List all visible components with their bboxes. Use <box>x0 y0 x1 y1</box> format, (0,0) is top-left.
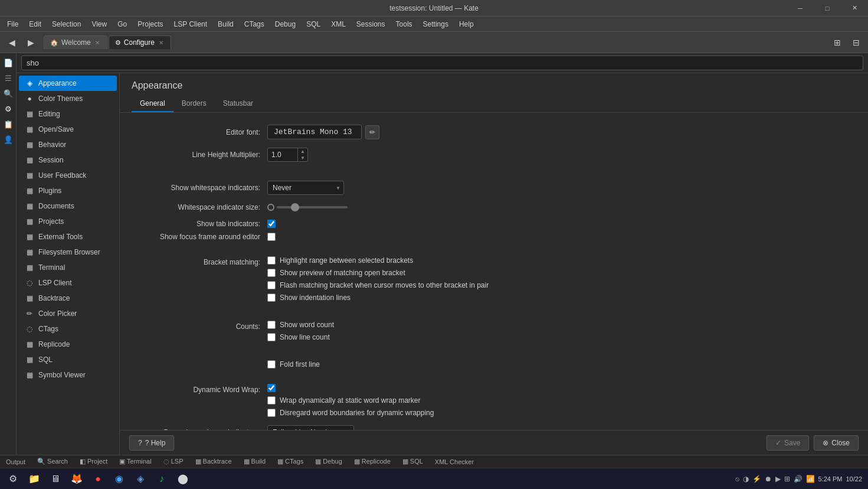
menu-view[interactable]: View <box>87 19 112 30</box>
disregard-word-checkbox[interactable] <box>267 409 276 417</box>
sidebar-item-ctags[interactable]: ◌ CTags <box>19 321 117 337</box>
show-preview-checkbox[interactable] <box>267 269 276 277</box>
bottom-tab-lsp[interactable]: ◌ LSP <box>161 457 186 467</box>
menu-help[interactable]: Help <box>454 19 479 30</box>
rail-list-icon[interactable]: ☰ <box>1 71 15 85</box>
flash-bracket-checkbox[interactable] <box>267 281 276 289</box>
taskbar-app-settings[interactable]: ⚙ <box>4 471 22 487</box>
sidebar-item-user-feedback[interactable]: ▦ User Feedback <box>19 168 117 183</box>
bottom-tab-debug[interactable]: ▦ Debug <box>313 457 344 467</box>
menu-debug[interactable]: Debug <box>270 19 300 30</box>
help-button[interactable]: ? ? Help <box>129 435 174 451</box>
whitespace-dropdown[interactable]: Never Always On Selection Trailing <box>267 181 344 195</box>
menu-build[interactable]: Build <box>213 19 238 30</box>
sidebar-item-backtrace[interactable]: ▦ Backtrace <box>19 291 117 306</box>
wrap-indicators-dropdown[interactable]: Follow Line Numbers Always On Always Off <box>267 425 354 430</box>
sidebar-item-sql[interactable]: ▦ SQL <box>19 352 117 367</box>
rail-documents-icon[interactable]: 📄 <box>1 56 15 70</box>
close-button[interactable]: ⊗ Close <box>814 435 859 451</box>
bottom-tab-replicode[interactable]: ▦ Replicode <box>352 457 393 467</box>
sidebar-item-appearance[interactable]: ◈ Appearance <box>19 76 117 91</box>
menu-tools[interactable]: Tools <box>391 19 417 30</box>
taskbar-app-code[interactable]: ◈ <box>131 471 150 487</box>
forward-button[interactable]: ▶ <box>22 34 39 51</box>
sidebar-item-plugins[interactable]: ▦ Plugins <box>19 183 117 198</box>
taskbar-app-spotify[interactable]: ♪ <box>152 471 171 487</box>
fold-first-checkbox[interactable] <box>267 360 276 369</box>
minimize-button[interactable]: ─ <box>787 0 814 16</box>
menu-projects[interactable]: Projects <box>133 19 168 30</box>
highlight-range-checkbox[interactable] <box>267 256 276 265</box>
menu-sql[interactable]: SQL <box>302 19 325 30</box>
line-height-input[interactable]: 1.0 <box>268 149 297 161</box>
layout-toggle[interactable]: ⊟ <box>848 34 864 51</box>
rail-settings-icon[interactable]: ⚙ <box>1 102 15 116</box>
word-count-checkbox[interactable] <box>267 321 276 329</box>
tab-statusbar[interactable]: Statusbar <box>215 96 261 112</box>
tab-general[interactable]: General <box>132 96 173 112</box>
focus-frame-checkbox[interactable] <box>267 233 276 241</box>
search-input[interactable]: sho <box>21 56 863 70</box>
sidebar-item-symbol-viewer[interactable]: ▦ Symbol Viewer <box>19 367 117 383</box>
menu-file[interactable]: File <box>2 19 23 30</box>
menu-selection[interactable]: Selection <box>47 19 86 30</box>
tab-indicators-checkbox[interactable] <box>267 220 276 228</box>
sidebar-item-lsp-client[interactable]: ◌ LSP Client <box>19 275 117 291</box>
taskbar-app-firefox[interactable]: 🦊 <box>67 471 86 487</box>
bottom-tab-project[interactable]: ◧ Project <box>77 457 110 467</box>
show-indent-checkbox[interactable] <box>267 294 276 302</box>
menu-ctags[interactable]: CTags <box>240 19 269 30</box>
menu-sessions[interactable]: Sessions <box>352 19 390 30</box>
spinbox-down[interactable]: ▼ <box>298 155 307 161</box>
sidebar-item-session[interactable]: ▦ Session <box>19 152 117 168</box>
taskbar-app-terminal[interactable]: 🖥 <box>46 471 65 487</box>
panel-toggle[interactable]: ⊞ <box>829 34 846 51</box>
bottom-tab-terminal[interactable]: ▣ Terminal <box>117 457 153 467</box>
tab-configure[interactable]: ⚙ Configure ✕ <box>109 35 171 49</box>
taskbar-app-black[interactable]: ⬤ <box>173 471 192 487</box>
close-button[interactable]: ✕ <box>841 0 868 16</box>
tab-welcome-close[interactable]: ✕ <box>94 40 101 46</box>
line-count-checkbox[interactable] <box>267 333 276 341</box>
bottom-tab-backtrace[interactable]: ▦ Backtrace <box>193 457 234 467</box>
rail-notes-icon[interactable]: 📋 <box>1 117 15 131</box>
rail-user-icon[interactable]: 👤 <box>1 132 15 146</box>
menu-settings[interactable]: Settings <box>418 19 453 30</box>
dynamic-wrap-checkbox[interactable] <box>267 384 276 392</box>
bottom-tab-sql[interactable]: ▦ SQL <box>400 457 425 467</box>
taskbar-app-blue[interactable]: ◉ <box>110 471 129 487</box>
sidebar-item-external-tools[interactable]: ▦ External Tools <box>19 229 117 244</box>
edit-font-button[interactable]: ✏ <box>365 125 379 139</box>
tab-configure-close[interactable]: ✕ <box>158 40 165 46</box>
spinbox-up[interactable]: ▲ <box>298 148 307 155</box>
rail-search-icon[interactable]: 🔍 <box>1 86 15 100</box>
menu-go[interactable]: Go <box>113 19 132 30</box>
sidebar-item-color-picker[interactable]: ✏ Color Picker <box>19 306 117 321</box>
tab-borders[interactable]: Borders <box>173 96 215 112</box>
bottom-tab-search[interactable]: 🔍 Search <box>35 457 70 467</box>
back-button[interactable]: ◀ <box>4 34 20 51</box>
bottom-tab-xml-checker[interactable]: XML Checker <box>433 457 476 467</box>
menu-xml[interactable]: XML <box>326 19 351 30</box>
sidebar-item-projects[interactable]: ▦ Projects <box>19 214 117 229</box>
bottom-tab-build[interactable]: ▦ Build <box>241 457 268 467</box>
tab-welcome[interactable]: 🏠 Welcome ✕ <box>44 35 107 49</box>
sidebar-item-filesystem-browser[interactable]: ▦ Filesystem Browser <box>19 244 117 260</box>
menu-lsp-client[interactable]: LSP Client <box>169 19 212 30</box>
bottom-tab-ctags[interactable]: ▦ CTags <box>275 457 306 467</box>
wrap-static-checkbox[interactable] <box>267 396 276 405</box>
bottom-tab-output[interactable]: Output <box>4 457 28 467</box>
sidebar-item-editing[interactable]: ▦ Editing <box>19 106 117 122</box>
whitespace-size-slider[interactable] <box>277 206 348 208</box>
sidebar-item-color-themes[interactable]: ● Color Themes <box>19 91 117 106</box>
maximize-button[interactable]: □ <box>814 0 841 16</box>
taskbar-app-circle[interactable]: ● <box>89 471 107 487</box>
sidebar-item-replicode[interactable]: ▦ Replicode <box>19 337 117 352</box>
sidebar-item-terminal[interactable]: ▦ Terminal <box>19 260 117 275</box>
taskbar-app-files[interactable]: 📁 <box>25 471 44 487</box>
sidebar-item-documents[interactable]: ▦ Documents <box>19 198 117 214</box>
menu-edit[interactable]: Edit <box>24 19 46 30</box>
save-button[interactable]: ✓ Save <box>767 435 809 451</box>
sidebar-item-open-save[interactable]: ▦ Open/Save <box>19 122 117 137</box>
sidebar-item-behavior[interactable]: ▦ Behavior <box>19 137 117 152</box>
